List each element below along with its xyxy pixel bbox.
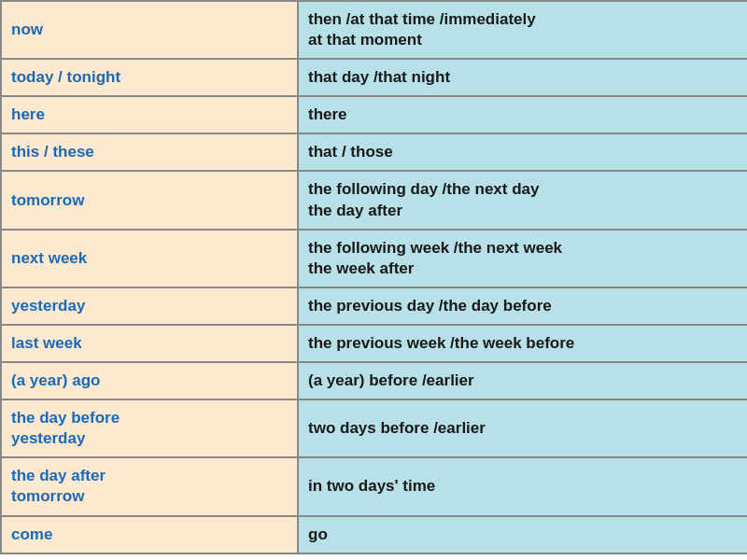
right-cell: the previous week /the week before — [298, 325, 747, 362]
left-cell: today / tonight — [1, 59, 298, 96]
left-cell: (a year) ago — [1, 362, 298, 399]
table-row: (a year) ago(a year) before /earlier — [1, 362, 747, 399]
left-cell: the day before yesterday — [1, 399, 298, 457]
right-cell: the following day /the next day the day … — [298, 171, 747, 229]
table-row: last weekthe previous week /the week bef… — [1, 325, 747, 362]
table-row: the day after tomorrowin two days' time — [1, 457, 747, 515]
left-cell: the day after tomorrow — [1, 457, 298, 515]
right-cell: two days before /earlier — [298, 399, 747, 457]
left-cell: last week — [1, 325, 298, 362]
left-cell: yesterday — [1, 287, 298, 325]
table-row: herethere — [1, 96, 747, 133]
right-cell: then /at that time /immediately at that … — [298, 1, 747, 59]
reference-table: nowthen /at that time /immediately at th… — [0, 0, 747, 554]
table-row: tomorrowthe following day /the next day … — [1, 171, 747, 229]
right-cell: (a year) before /earlier — [298, 362, 747, 399]
right-cell: that / those — [298, 133, 747, 171]
table-row: yesterdaythe previous day /the day befor… — [1, 287, 747, 325]
right-cell: go — [298, 516, 747, 553]
table-row: the day before yesterdaytwo days before … — [1, 399, 747, 457]
right-cell: that day /that night — [298, 59, 747, 96]
table-row: today / tonightthat day /that night — [1, 59, 747, 96]
table-row: comego — [1, 516, 747, 553]
table-row: nowthen /at that time /immediately at th… — [1, 1, 747, 59]
right-cell: the following week /the next week the we… — [298, 230, 747, 287]
right-cell: the previous day /the day before — [298, 287, 747, 325]
table-row: this / thesethat / those — [1, 133, 747, 171]
left-cell: next week — [1, 230, 298, 287]
table-row: next weekthe following week /the next we… — [1, 230, 747, 287]
left-cell: come — [1, 516, 298, 553]
left-cell: tomorrow — [1, 171, 298, 229]
left-cell: here — [1, 96, 298, 133]
left-cell: this / these — [1, 133, 298, 171]
right-cell: in two days' time — [298, 457, 747, 515]
left-cell: now — [1, 1, 298, 59]
right-cell: there — [298, 96, 747, 133]
